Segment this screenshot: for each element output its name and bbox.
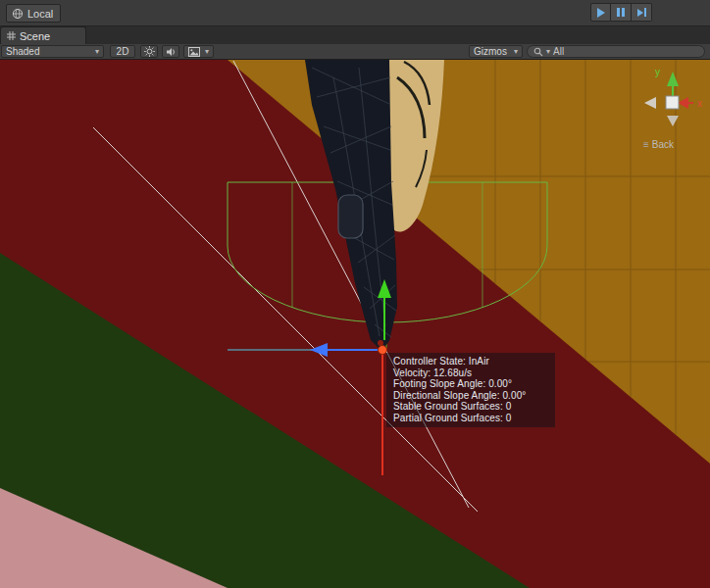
- pivot-orientation-button[interactable]: Local: [6, 4, 61, 23]
- transport-controls: [590, 3, 652, 22]
- scene-effects-dropdown[interactable]: ▾: [183, 45, 214, 58]
- 2d-toggle[interactable]: 2D: [110, 45, 135, 58]
- view-direction-label: Back: [652, 139, 674, 150]
- debug-line: Partial Ground Surfaces: 0: [393, 413, 555, 424]
- chevron-down-icon: ▾: [95, 48, 99, 56]
- character-knee-pad: [338, 195, 363, 238]
- x-axis-label: x: [697, 98, 702, 109]
- play-icon: [597, 8, 605, 18]
- scene-lighting-toggle[interactable]: [140, 45, 158, 58]
- menu-icon: ≡: [643, 139, 649, 150]
- debug-line: Stable Ground Surfaces: 0: [393, 401, 555, 413]
- tab-bar: Scene: [0, 26, 710, 44]
- step-button[interactable]: [632, 3, 652, 22]
- pause-icon: [617, 8, 625, 17]
- view-direction-button[interactable]: ≡ Back: [643, 139, 674, 150]
- draw-mode-label: Shaded: [6, 46, 39, 57]
- gizmos-dropdown[interactable]: Gizmos ▾: [469, 45, 523, 58]
- play-button[interactable]: [590, 3, 611, 22]
- debug-line: Directional Slope Angle: 0.00°: [393, 390, 555, 402]
- debug-line: Controller State: InAir: [393, 356, 555, 368]
- scene-render: y x: [0, 60, 710, 588]
- debug-overlay: Controller State: InAir Velocity: 12.68u…: [386, 353, 555, 427]
- scene-audio-toggle[interactable]: [162, 45, 179, 58]
- local-button-label: Local: [27, 8, 53, 20]
- gizmos-label: Gizmos: [474, 46, 507, 57]
- grid-icon: [7, 31, 16, 40]
- scene-tab-label: Scene: [20, 30, 50, 42]
- gizmo-center-cube[interactable]: [666, 96, 679, 109]
- sun-icon: [144, 46, 155, 57]
- debug-line: Footing Slope Angle: 0.00°: [393, 378, 555, 390]
- tab-scene[interactable]: Scene: [0, 26, 86, 44]
- image-icon: [188, 47, 200, 57]
- chevron-down-icon: ▾: [514, 48, 518, 56]
- debug-line: Velocity: 12.68u/s: [393, 368, 555, 379]
- speaker-icon: [166, 47, 177, 57]
- globe-axis-icon: [12, 8, 24, 20]
- scene-view-toolbar: Shaded ▾ 2D: [0, 44, 710, 60]
- y-axis-label: y: [655, 67, 660, 77]
- draw-mode-dropdown[interactable]: Shaded ▾: [1, 45, 104, 58]
- scene-viewport[interactable]: y x Controller State: InAir Velocity: 12…: [0, 60, 710, 588]
- step-icon: [637, 8, 646, 17]
- scene-search-field[interactable]: ▾ All: [527, 45, 705, 58]
- main-toolbar: Local: [0, 0, 710, 26]
- pause-button[interactable]: [611, 3, 632, 22]
- search-filter-chevron-icon: ▾: [546, 48, 550, 56]
- unity-editor-window: Local Scene Shaded ▾ 2D: [0, 0, 710, 588]
- chevron-down-icon: ▾: [205, 48, 209, 56]
- search-value: All: [553, 46, 564, 57]
- search-icon: [533, 47, 543, 57]
